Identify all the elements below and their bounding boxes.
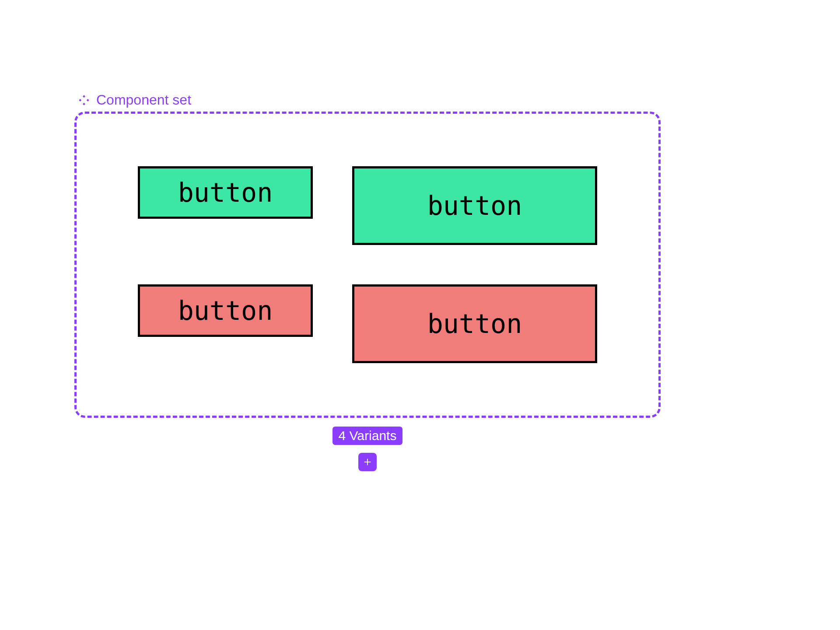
- plus-icon: [363, 457, 372, 467]
- variants-count-badge[interactable]: 4 Variants: [332, 427, 403, 445]
- variant-label: button: [178, 295, 273, 326]
- component-set-icon: [78, 94, 90, 106]
- variant-label: button: [427, 190, 522, 221]
- variant-label: button: [427, 308, 522, 339]
- component-set-header[interactable]: Component set: [74, 92, 661, 108]
- add-variant-button[interactable]: [358, 453, 377, 471]
- variant-button-large-red[interactable]: button: [352, 284, 597, 363]
- variant-button-large-green[interactable]: button: [352, 166, 597, 245]
- variant-button-small-green[interactable]: button: [138, 166, 313, 219]
- variant-label: button: [178, 177, 273, 208]
- component-set-title: Component set: [96, 92, 191, 108]
- component-set-canvas: Component set button button button butto…: [74, 92, 661, 471]
- component-set-frame[interactable]: button button button button: [74, 112, 661, 418]
- variant-button-small-red[interactable]: button: [138, 284, 313, 337]
- component-set-footer: 4 Variants: [74, 427, 661, 471]
